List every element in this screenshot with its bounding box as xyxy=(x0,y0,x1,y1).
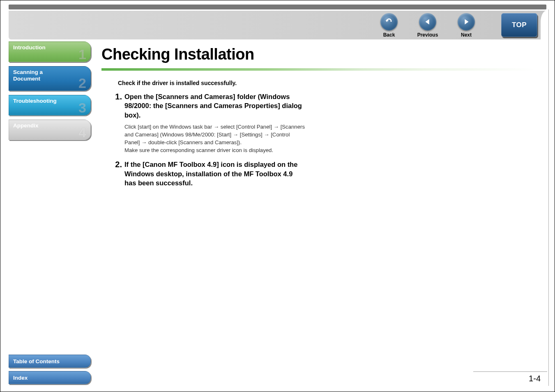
nav-back[interactable]: Back xyxy=(379,13,399,38)
sidebar-bottom: Table of Contents Index xyxy=(9,351,91,384)
step-number: 1. xyxy=(112,92,124,154)
step-1: 1. Open the [Scanners and Cameras] folde… xyxy=(112,92,305,154)
sidebar-item-label: Introduction xyxy=(13,44,46,51)
step-detail: Click [start] on the Windows task bar → … xyxy=(124,123,305,154)
sidebar-item-appendix[interactable]: Appendix 4 xyxy=(9,120,91,140)
top-dark-strip xyxy=(9,5,546,9)
index-label: Index xyxy=(13,375,28,381)
nav-back-label: Back xyxy=(383,32,395,38)
page-number-rule xyxy=(473,371,547,372)
nav-previous[interactable]: Previous xyxy=(417,13,438,38)
sidebar-item-label: Scanning a Document xyxy=(13,69,43,82)
sidebar-item-introduction[interactable]: Introduction 1 xyxy=(9,42,91,62)
sidebar-item-number: 1 xyxy=(78,46,86,62)
step-2: 2. If the [Canon MF Toolbox 4.9] icon is… xyxy=(112,160,305,187)
back-icon[interactable] xyxy=(380,13,398,30)
toc-label: Table of Contents xyxy=(13,358,60,364)
sidebar: Introduction 1 Scanning a Document 2 Tro… xyxy=(9,42,91,144)
intro-text: Check if the driver is installed success… xyxy=(118,80,536,86)
toc-button[interactable]: Table of Contents xyxy=(9,355,91,368)
step-number: 2. xyxy=(112,160,124,187)
nav-previous-label: Previous xyxy=(417,32,438,38)
header-right-curve xyxy=(541,11,546,39)
header-bar: Back Previous Next TOP xyxy=(9,11,546,39)
nav-group: Back Previous Next xyxy=(379,13,477,38)
page-right-edge xyxy=(547,9,549,386)
page-frame: Back Previous Next TOP Introduction xyxy=(0,0,555,392)
nav-next-label: Next xyxy=(461,32,472,38)
content-area: Checking Installation Check if the drive… xyxy=(101,46,536,367)
next-icon[interactable] xyxy=(458,13,475,30)
sidebar-item-scanning[interactable]: Scanning a Document 2 xyxy=(9,66,91,91)
nav-next[interactable]: Next xyxy=(456,13,477,38)
top-button-label: TOP xyxy=(512,21,527,29)
sidebar-item-label: Appendix xyxy=(13,122,39,129)
sidebar-item-number: 4 xyxy=(78,125,86,141)
page-number: 1-4 xyxy=(529,374,541,383)
previous-icon[interactable] xyxy=(419,13,436,30)
sidebar-item-label: Troubleshooting xyxy=(13,98,57,104)
step-heading: Open the [Scanners and Cameras] folder (… xyxy=(124,92,305,120)
page-title: Checking Installation xyxy=(101,46,536,63)
step-heading: If the [Canon MF Toolbox 4.9] icon is di… xyxy=(124,160,305,187)
index-button[interactable]: Index xyxy=(9,371,91,384)
top-button[interactable]: TOP xyxy=(501,13,537,37)
sidebar-item-troubleshooting[interactable]: Troubleshooting 3 xyxy=(9,95,91,115)
sidebar-item-number: 3 xyxy=(78,100,86,116)
title-underline xyxy=(101,68,536,71)
sidebar-item-number: 2 xyxy=(78,75,86,91)
